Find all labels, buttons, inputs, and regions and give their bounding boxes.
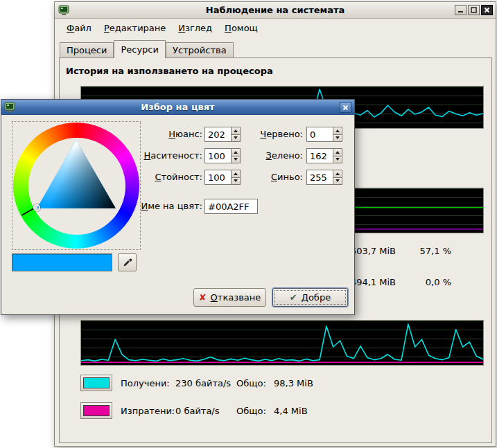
blue-spinbutton xyxy=(306,170,342,185)
window-title: Наблюдение на системата xyxy=(55,5,496,15)
menu-edit[interactable]: Редактиране xyxy=(98,21,172,35)
sent-rate: 0 байта/s xyxy=(175,406,236,416)
dialog-titlebar[interactable]: Избор на цвят xyxy=(1,100,354,115)
ok-icon: ✔ xyxy=(290,292,297,303)
green-spinbutton xyxy=(306,148,342,163)
sv-selection-marker xyxy=(33,204,40,211)
dialog-close-icon xyxy=(342,105,349,111)
cpu-history-title: История на използването на процесора xyxy=(66,66,273,76)
red-label: Червено: xyxy=(227,127,303,142)
color-picker-dialog: Избор на цвят Нюанс: Наситеност: Стойнос… xyxy=(1,99,355,315)
red-spinbutton xyxy=(306,127,342,142)
network-received-row: Получени: 230 байта/s Общо: 98,3 MiB xyxy=(80,374,313,392)
received-color-swatch xyxy=(83,377,110,388)
hue-label: Нюанс: xyxy=(119,127,202,142)
menu-view[interactable]: Изглед xyxy=(172,21,218,35)
sent-total-label: Общо: xyxy=(236,406,274,416)
green-input[interactable] xyxy=(306,148,333,163)
color-name-input[interactable] xyxy=(204,199,258,214)
green-spin-up[interactable] xyxy=(333,148,342,156)
green-spin-down[interactable] xyxy=(333,156,342,164)
red-spin-up[interactable] xyxy=(333,127,342,135)
menu-file[interactable]: Файл xyxy=(60,21,98,35)
color-preview xyxy=(12,253,112,271)
received-total-label: Общо: xyxy=(236,378,274,388)
eyedropper-icon xyxy=(122,257,133,268)
menu-bar: Файл Редактиране Изглед Помощ xyxy=(55,19,496,37)
blue-spin-down[interactable] xyxy=(333,178,342,186)
red-input[interactable] xyxy=(306,127,333,142)
blue-label: Синьо: xyxy=(227,170,303,185)
network-sent-row: Изпратени: 0 байта/s Общо: 4,4 MiB xyxy=(80,402,308,420)
cancel-button[interactable]: ✘ Отказване xyxy=(193,288,266,307)
minimize-button[interactable] xyxy=(455,5,467,15)
green-label: Зелено: xyxy=(227,148,303,163)
cancel-icon: ✘ xyxy=(199,292,207,303)
tab-resources[interactable]: Ресурси xyxy=(114,40,166,58)
received-rate: 230 байта/s xyxy=(175,378,236,388)
window-titlebar[interactable]: Наблюдение на системата xyxy=(55,2,496,19)
red-spin-down[interactable] xyxy=(333,135,342,143)
network-history-chart xyxy=(80,320,484,366)
sent-color-button[interactable] xyxy=(80,402,112,419)
tab-devices[interactable]: Устройства xyxy=(166,42,234,57)
dialog-title: Избор на цвят xyxy=(1,102,354,112)
sent-total: 4,4 MiB xyxy=(274,406,308,416)
memory-used-percent: 57,1 % xyxy=(401,246,451,256)
received-color-button[interactable] xyxy=(80,375,112,391)
eyedropper-button[interactable] xyxy=(118,253,137,271)
ok-label: Добре xyxy=(302,292,331,303)
cancel-label: Отказване xyxy=(211,292,261,303)
blue-input[interactable] xyxy=(306,170,333,185)
maximize-button[interactable] xyxy=(468,5,480,15)
window-controls xyxy=(455,5,493,15)
minimize-icon xyxy=(457,7,464,13)
dialog-close-button[interactable] xyxy=(340,102,351,113)
tab-processes[interactable]: Процеси xyxy=(60,42,114,57)
notebook-tabs: Процеси Ресурси Устройства xyxy=(60,40,234,58)
saturation-label: Наситеност: xyxy=(119,148,202,163)
received-total: 98,3 MiB xyxy=(274,378,313,388)
menu-help[interactable]: Помощ xyxy=(218,21,264,35)
swap-used-percent: 0,0 % xyxy=(401,277,451,287)
sent-label: Изпратени: xyxy=(121,406,175,416)
ok-button[interactable]: ✔ Добре xyxy=(272,288,348,307)
close-icon xyxy=(484,7,490,13)
close-button[interactable] xyxy=(481,5,493,15)
received-label: Получени: xyxy=(121,378,175,388)
sent-color-swatch xyxy=(83,405,110,416)
blue-spin-up[interactable] xyxy=(333,170,342,178)
color-name-label: Име на цвят: xyxy=(112,199,202,214)
value-label: Стойност: xyxy=(119,170,202,185)
maximize-icon xyxy=(471,7,477,13)
